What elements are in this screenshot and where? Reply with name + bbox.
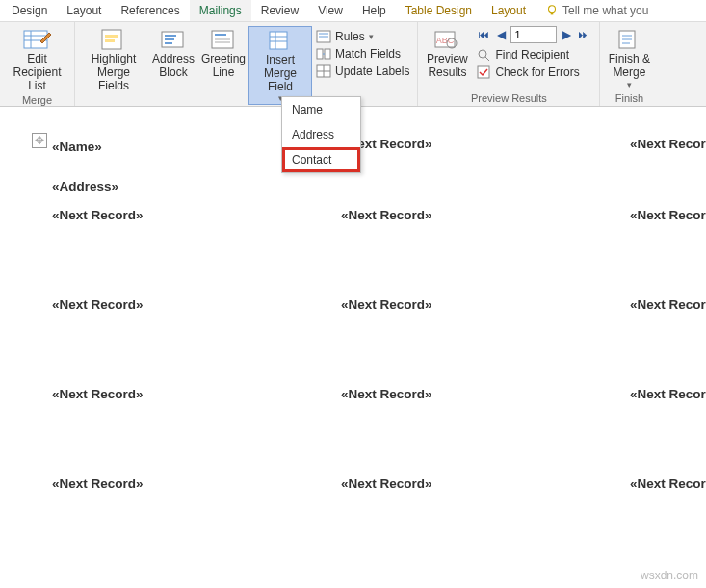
menu-item-name[interactable]: Name (282, 97, 360, 122)
edit-recipient-list-button[interactable]: Edit Recipient List (4, 26, 70, 92)
tab-references[interactable]: References (111, 0, 189, 21)
group-preview-results-label: Preview Results (422, 90, 595, 106)
highlight-merge-fields-button[interactable]: Highlight Merge Fields (79, 26, 148, 105)
svg-rect-17 (270, 32, 287, 49)
document-area: ✥ «Name» «Address» «Next Record» «Next R… (0, 107, 706, 560)
record-number-input[interactable] (510, 26, 557, 43)
match-fields-icon (316, 46, 331, 62)
merge-field-next-record: «Next Record» (341, 297, 432, 312)
update-labels-icon (316, 64, 331, 79)
menu-item-contact[interactable]: Contact (282, 147, 360, 172)
watermark: wsxdn.com (641, 569, 698, 582)
label-cell[interactable]: «Next Record» (624, 292, 706, 381)
svg-rect-35 (478, 66, 489, 78)
first-record-button[interactable]: ⏮ (476, 27, 491, 42)
ribbon-tabs: Design Layout References Mailings Review… (0, 0, 706, 22)
merge-field-address: «Address» (52, 179, 118, 193)
merge-field-next-record: «Next Record» (341, 387, 432, 401)
merge-field-next-record: «Next Record» (341, 476, 432, 491)
table-select-handle[interactable]: ✥ (32, 133, 47, 148)
merge-field-next-record: «Next Record» (630, 297, 706, 312)
label-cell[interactable]: «Next Record» (624, 381, 706, 471)
svg-rect-11 (165, 38, 174, 40)
label-cell[interactable]: «Next Record» (335, 202, 624, 292)
labels-table: «Name» «Address» «Next Record» «Next Rec… (46, 131, 706, 560)
label-cell[interactable]: «Next Record» (46, 471, 335, 560)
bulb-icon (545, 4, 559, 17)
label-cell[interactable]: «Next Record» (624, 202, 706, 292)
find-recipient-icon (476, 47, 491, 63)
merge-field-next-record: «Next Record» (341, 208, 432, 222)
merge-field-next-record: «Next Record» (630, 476, 706, 491)
ribbon: Edit Recipient List Merge Highlight Merg… (0, 22, 706, 107)
group-finish-label: Finish (604, 90, 654, 106)
tab-table-layout[interactable]: Layout (482, 0, 536, 21)
merge-field-next-record: «Next Record» (52, 476, 144, 491)
insert-merge-field-icon (266, 29, 295, 52)
merge-field-next-record: «Next Record» (630, 137, 706, 151)
finish-merge-button[interactable]: Finish & Merge ▾ (604, 26, 654, 90)
chevron-down-icon: ▾ (369, 32, 374, 41)
merge-field-name: «Name» (52, 140, 102, 154)
tab-table-design[interactable]: Table Design (396, 0, 482, 21)
svg-rect-14 (215, 34, 226, 36)
svg-rect-10 (165, 35, 176, 37)
svg-line-34 (485, 57, 489, 61)
rules-button[interactable]: Rules ▾ (312, 28, 413, 45)
label-cell[interactable]: «Next Record» (46, 381, 335, 471)
tell-me[interactable]: Tell me what you (536, 4, 648, 17)
chevron-down-icon: ▾ (627, 80, 632, 89)
greeting-line-icon (209, 28, 238, 51)
svg-rect-12 (165, 42, 172, 44)
tell-me-label: Tell me what you (562, 4, 648, 17)
label-cell[interactable]: «Next Record» (46, 292, 335, 381)
tab-help[interactable]: Help (353, 0, 396, 21)
tab-design[interactable]: Design (2, 0, 57, 21)
label-cell[interactable]: «Next Record» (335, 381, 624, 471)
recipient-list-icon (23, 28, 52, 51)
merge-field-next-record: «Next Record» (630, 387, 706, 401)
label-cell[interactable]: «Next Record» (335, 292, 624, 381)
update-labels-button[interactable]: Update Labels (312, 63, 413, 80)
preview-results-button[interactable]: ABC Preview Results (422, 26, 472, 90)
tab-mailings[interactable]: Mailings (190, 0, 251, 21)
insert-merge-field-menu: Name Address Contact (281, 96, 361, 173)
label-cell[interactable]: «Next Record» (624, 471, 706, 560)
check-errors-icon (476, 64, 491, 80)
group-merge-label: Merge (4, 92, 70, 108)
prev-record-button[interactable]: ◀ (493, 27, 509, 42)
menu-item-address[interactable]: Address (282, 122, 360, 147)
preview-results-icon: ABC (432, 28, 461, 51)
greeting-line-button[interactable]: Greeting Line (198, 26, 248, 105)
svg-point-0 (549, 6, 556, 13)
tab-view[interactable]: View (308, 0, 353, 21)
last-record-button[interactable]: ⏭ (576, 27, 591, 42)
label-cell[interactable]: «Next Record» (46, 202, 335, 292)
svg-text:ABC: ABC (436, 36, 455, 45)
svg-rect-7 (105, 35, 118, 38)
rules-icon (316, 29, 331, 44)
address-block-button[interactable]: Address Block (148, 26, 198, 105)
tab-review[interactable]: Review (251, 0, 308, 21)
highlight-icon (99, 28, 128, 51)
check-errors-button[interactable]: Check for Errors (472, 64, 595, 81)
next-record-button[interactable]: ▶ (559, 27, 574, 42)
label-cell[interactable]: «Next Record» (335, 131, 624, 202)
address-block-icon (159, 28, 188, 51)
svg-rect-1 (551, 13, 554, 15)
merge-field-next-record: «Next Record» (630, 208, 706, 222)
svg-point-33 (479, 50, 486, 58)
label-cell[interactable]: «Next Record» (335, 471, 624, 560)
svg-rect-25 (325, 49, 330, 59)
svg-rect-24 (317, 49, 323, 59)
finish-merge-icon (614, 28, 643, 51)
merge-field-next-record: «Next Record» (52, 297, 144, 312)
merge-field-next-record: «Next Record» (52, 387, 144, 401)
insert-merge-field-button[interactable]: Insert Merge Field ▾ (248, 26, 312, 105)
match-fields-button[interactable]: Match Fields (312, 45, 413, 63)
merge-field-next-record: «Next Record» (52, 208, 144, 222)
tab-layout[interactable]: Layout (57, 0, 111, 21)
svg-rect-8 (105, 39, 115, 42)
label-cell[interactable]: «Next Record» (624, 131, 706, 202)
find-recipient-button[interactable]: Find Recipient (472, 46, 595, 64)
